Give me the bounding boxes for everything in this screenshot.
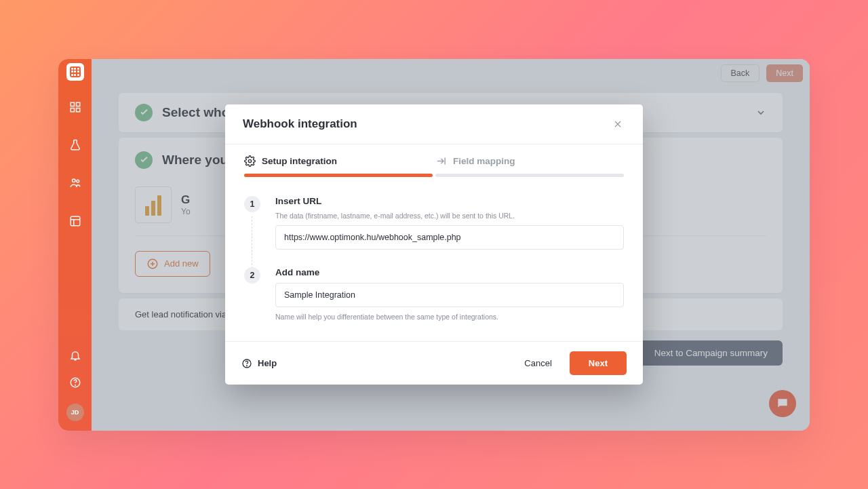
modal-next-button[interactable]: Next xyxy=(570,351,627,375)
name-label: Add name xyxy=(275,267,624,277)
step-number-1: 1 xyxy=(244,196,260,212)
step-bar-inactive xyxy=(435,174,624,177)
step-setup-label: Setup integration xyxy=(262,156,337,166)
step-setup-integration[interactable]: Setup integration xyxy=(244,155,433,177)
webhook-modal: Webhook integration Setup integration xyxy=(225,104,643,385)
help-link[interactable]: Help xyxy=(241,358,277,369)
name-hint: Name will help you differentiate between… xyxy=(275,313,624,321)
url-label: Insert URL xyxy=(275,196,624,206)
help-label: Help xyxy=(258,358,277,368)
cancel-button[interactable]: Cancel xyxy=(512,351,564,375)
app-frame: JD Back Next Select who should see it xyxy=(58,59,810,431)
svg-point-12 xyxy=(247,365,248,366)
modal-title: Webhook integration xyxy=(243,117,357,131)
url-input[interactable] xyxy=(275,225,624,250)
step-bar-active xyxy=(244,174,433,177)
svg-point-10 xyxy=(248,159,251,162)
step-mapping-label: Field mapping xyxy=(453,156,515,166)
step-field-mapping[interactable]: Field mapping xyxy=(435,155,624,177)
name-input[interactable] xyxy=(275,283,624,307)
step-number-2: 2 xyxy=(244,267,260,283)
close-icon[interactable] xyxy=(610,117,625,132)
modal-overlay: Webhook integration Setup integration xyxy=(58,59,810,431)
mapping-icon xyxy=(435,155,447,167)
gear-icon xyxy=(244,155,256,167)
url-hint: The data (firstname, lastname, e-mail ad… xyxy=(275,212,624,220)
